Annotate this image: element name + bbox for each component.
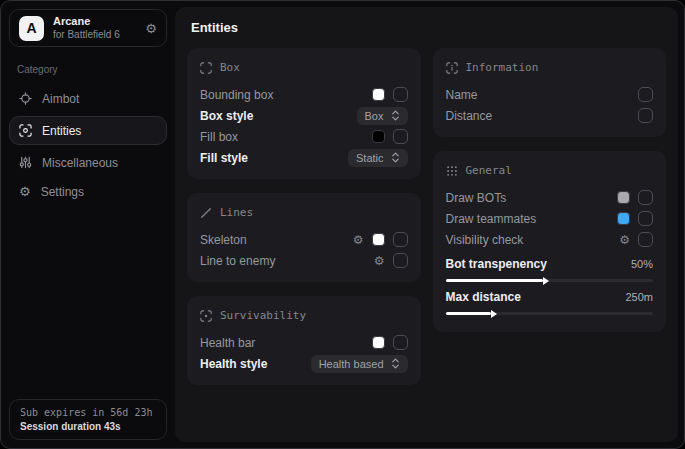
right-column: Information Name Distance — [433, 48, 667, 332]
row-label: Max distance — [446, 290, 521, 304]
health-bar-color-swatch[interactable] — [372, 336, 385, 349]
health-scan-icon — [200, 310, 212, 322]
bot-transparency-slider[interactable] — [446, 279, 654, 282]
chevron-up-down-icon — [391, 358, 400, 369]
row-health-style: Health style Health based — [200, 353, 408, 374]
section-title: Box — [220, 61, 240, 74]
sidebar: A Arcane for Battlefield 6 ⚙ Category Ai… — [1, 1, 175, 448]
scan-person-icon — [19, 124, 32, 137]
health-style-dropdown[interactable]: Health based — [311, 355, 408, 373]
brand-card: A Arcane for Battlefield 6 ⚙ — [9, 9, 167, 47]
skeleton-color-swatch[interactable] — [372, 233, 385, 246]
brand-subtitle: for Battlefield 6 — [53, 29, 120, 42]
row-skeleton: Skeleton ⚙ — [200, 229, 408, 250]
general-card: General Draw BOTs Draw teammates — [433, 151, 667, 332]
section-title: Information — [466, 61, 539, 74]
visibility-check-checkbox[interactable] — [638, 232, 653, 247]
information-card: Information Name Distance — [433, 48, 667, 137]
box-corners-icon — [200, 62, 212, 74]
bounding-box-color-swatch[interactable] — [372, 88, 385, 101]
row-draw-bots: Draw BOTs — [446, 187, 654, 208]
section-title: Lines — [220, 206, 253, 219]
row-name: Name — [446, 84, 654, 105]
sidebar-item-label: Entities — [42, 124, 81, 138]
draw-teammates-color-swatch[interactable] — [617, 212, 630, 225]
row-label: Line to enemy — [200, 254, 275, 268]
row-label: Fill style — [200, 151, 248, 165]
draw-bots-color-swatch[interactable] — [617, 191, 630, 204]
row-visibility-check: Visibility check ⚙ — [446, 229, 654, 250]
row-label: Draw BOTs — [446, 191, 507, 205]
row-health-bar: Health bar — [200, 332, 408, 353]
sidebar-item-miscellaneous[interactable]: Miscellaneous — [9, 148, 167, 177]
sidebar-nav: Aimbot Entities — [9, 84, 167, 206]
sidebar-item-label: Miscellaneous — [42, 156, 118, 170]
diagonal-line-icon — [200, 207, 212, 219]
brand-title: Arcane — [53, 15, 120, 29]
visibility-check-settings-gear-icon[interactable]: ⚙ — [619, 234, 630, 246]
row-label: Fill box — [200, 130, 238, 144]
gear-icon: ⚙ — [19, 185, 31, 198]
draw-teammates-checkbox[interactable] — [638, 211, 653, 226]
skeleton-checkbox[interactable] — [393, 232, 408, 247]
row-label: Visibility check — [446, 233, 524, 247]
chevron-up-down-icon — [391, 110, 400, 121]
row-label: Bot transpenency — [446, 257, 547, 271]
box-card: Box Bounding box Box style Box — [187, 48, 421, 179]
bounding-box-checkbox[interactable] — [393, 87, 408, 102]
sidebar-item-settings[interactable]: ⚙ Settings — [9, 177, 167, 206]
left-column: Box Bounding box Box style Box — [187, 48, 421, 385]
general-card-header: General — [446, 164, 654, 177]
box-style-dropdown[interactable]: Box — [357, 107, 408, 125]
arcane-window: A Arcane for Battlefield 6 ⚙ Category Ai… — [0, 0, 685, 449]
survivability-card: Survivability Health bar Health style He… — [187, 296, 421, 385]
row-label: Health style — [200, 357, 267, 371]
session-duration-text: Session duration 43s — [20, 421, 156, 432]
row-label: Distance — [446, 109, 493, 123]
row-label: Bounding box — [200, 88, 273, 102]
main-panel: Entities Box Bounding box — [175, 7, 678, 442]
brand-logo: A — [19, 16, 44, 41]
fill-style-dropdown[interactable]: Static — [348, 149, 408, 167]
row-line-to-enemy: Line to enemy ⚙ — [200, 250, 408, 271]
grid-dots-icon — [446, 165, 458, 177]
distance-checkbox[interactable] — [638, 108, 653, 123]
max-distance-block: Max distance 250m — [446, 288, 654, 315]
skeleton-settings-gear-icon[interactable]: ⚙ — [353, 234, 364, 246]
line-to-enemy-checkbox[interactable] — [393, 253, 408, 268]
info-icon — [446, 62, 458, 74]
settings-columns: Box Bounding box Box style Box — [187, 48, 666, 385]
row-bot-transparency: Bot transpenency 50% — [446, 255, 654, 273]
page-title: Entities — [191, 20, 662, 35]
survivability-card-header: Survivability — [200, 309, 408, 322]
lines-card-header: Lines — [200, 206, 408, 219]
row-fill-box: Fill box — [200, 126, 408, 147]
sliders-icon — [19, 156, 32, 169]
line-to-enemy-settings-gear-icon[interactable]: ⚙ — [374, 255, 385, 267]
fill-box-checkbox[interactable] — [393, 129, 408, 144]
sub-expires-text: Sub expires in 56d 23h — [20, 407, 156, 418]
dropdown-value: Health based — [319, 358, 384, 370]
bot-transparency-block: Bot transpenency 50% — [446, 255, 654, 282]
row-draw-teammates: Draw teammates — [446, 208, 654, 229]
max-distance-slider[interactable] — [446, 312, 654, 315]
row-distance: Distance — [446, 105, 654, 126]
slider-fill — [446, 312, 492, 315]
name-checkbox[interactable] — [638, 87, 653, 102]
subscription-card: Sub expires in 56d 23h Session duration … — [9, 399, 167, 440]
brand-settings-icon[interactable]: ⚙ — [145, 21, 157, 36]
row-label: Draw teammates — [446, 212, 537, 226]
sidebar-item-entities[interactable]: Entities — [9, 116, 167, 145]
health-bar-checkbox[interactable] — [393, 335, 408, 350]
sidebar-item-aimbot[interactable]: Aimbot — [9, 84, 167, 113]
row-fill-style: Fill style Static — [200, 147, 408, 168]
category-label: Category — [17, 64, 159, 75]
draw-bots-checkbox[interactable] — [638, 190, 653, 205]
fill-box-color-swatch[interactable] — [372, 130, 385, 143]
brand-text: Arcane for Battlefield 6 — [53, 15, 120, 41]
row-label: Box style — [200, 109, 253, 123]
dropdown-value: Box — [365, 110, 384, 122]
box-card-header: Box — [200, 61, 408, 74]
row-label: Name — [446, 88, 478, 102]
row-label: Health bar — [200, 336, 255, 350]
